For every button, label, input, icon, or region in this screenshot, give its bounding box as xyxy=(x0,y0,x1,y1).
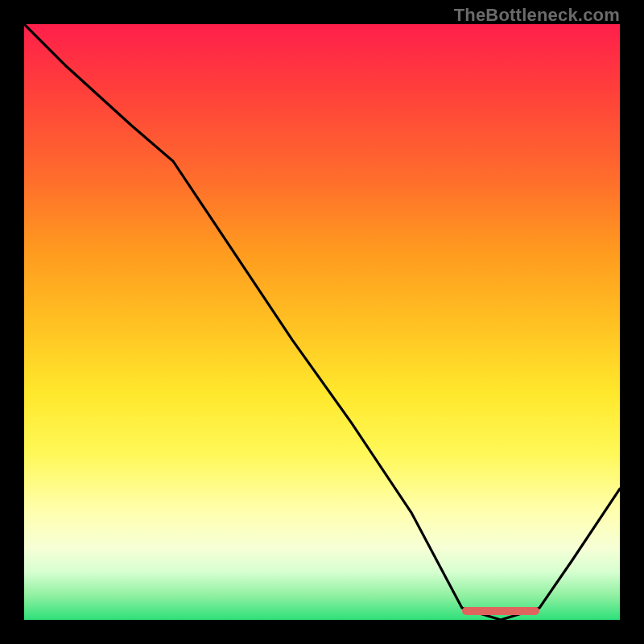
chart-frame: TheBottleneck.com xyxy=(0,0,644,644)
watermark-text: TheBottleneck.com xyxy=(454,5,620,26)
optimal-range-marker xyxy=(462,607,539,615)
bottleneck-line-chart xyxy=(24,24,620,620)
bottleneck-curve-path xyxy=(24,24,620,620)
